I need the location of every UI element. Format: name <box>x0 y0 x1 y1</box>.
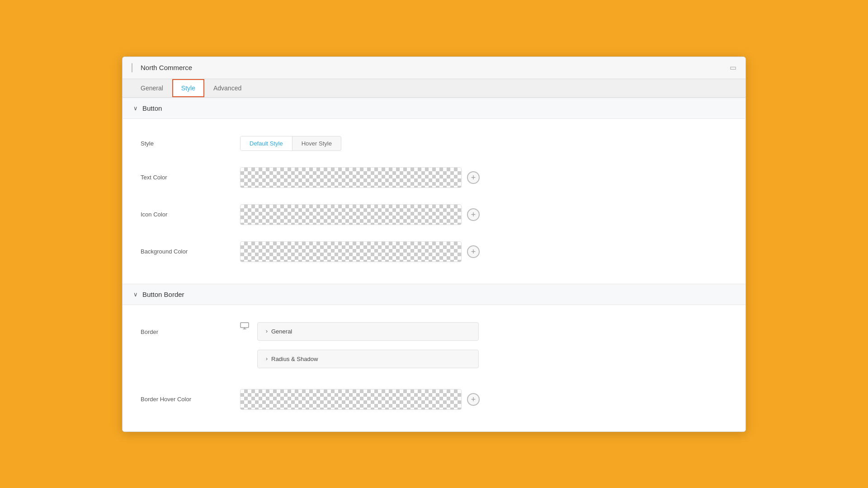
icon-color-add-button[interactable]: + <box>467 208 480 221</box>
button-section-title: Button <box>142 104 162 112</box>
button-section-header[interactable]: ∨ Button <box>123 98 745 119</box>
border-radius-chevron: › <box>266 356 268 362</box>
main-window: North Commerce ▭ General Style Advanced … <box>122 56 746 432</box>
content-area: ∨ Button Style Default Style Hover Style… <box>123 98 745 432</box>
background-color-field-row: Background Color + <box>141 233 727 270</box>
title-bar-divider <box>132 63 132 72</box>
style-tab-hover[interactable]: Hover Style <box>292 136 341 150</box>
border-accordions: › General › Radius & Shadow <box>257 322 479 373</box>
border-hover-color-control: + <box>240 389 727 410</box>
border-general-accordion: › General <box>257 322 479 341</box>
window-minimize-icon[interactable]: ▭ <box>730 63 736 72</box>
svg-rect-0 <box>241 323 249 328</box>
border-hover-color-field-row: Border Hover Color + <box>141 381 727 418</box>
background-color-add-button[interactable]: + <box>467 245 480 258</box>
button-border-section-title: Button Border <box>142 291 184 298</box>
border-hover-color-label: Border Hover Color <box>141 396 222 403</box>
icon-color-field-row: Icon Color + <box>141 196 727 233</box>
icon-color-picker[interactable] <box>240 204 462 225</box>
text-color-label: Text Color <box>141 174 222 181</box>
button-section-chevron: ∨ <box>133 105 138 112</box>
tab-style[interactable]: Style <box>172 79 204 97</box>
window-title: North Commerce <box>141 64 192 71</box>
tab-general[interactable]: General <box>132 79 172 97</box>
border-radius-label: Radius & Shadow <box>271 356 318 362</box>
border-general-chevron: › <box>266 328 268 334</box>
desktop-icon <box>240 322 249 331</box>
button-border-section-content: Border › General <box>123 305 745 432</box>
text-color-field-row: Text Color + <box>141 159 727 196</box>
tabs-bar: General Style Advanced <box>123 79 745 98</box>
background-color-label: Background Color <box>141 248 222 255</box>
button-border-section-header[interactable]: ∨ Button Border <box>123 284 745 305</box>
border-radius-accordion: › Radius & Shadow <box>257 350 479 368</box>
border-field-label: Border <box>141 322 222 335</box>
border-general-label: General <box>271 328 292 335</box>
style-field-label: Style <box>141 140 222 147</box>
border-radius-accordion-header[interactable]: › Radius & Shadow <box>258 350 478 368</box>
background-color-picker[interactable] <box>240 241 462 262</box>
title-bar-left: North Commerce <box>132 63 192 72</box>
style-tab-default[interactable]: Default Style <box>241 136 292 150</box>
icon-color-label: Icon Color <box>141 211 222 218</box>
border-general-accordion-header[interactable]: › General <box>258 323 478 340</box>
text-color-picker[interactable] <box>240 167 462 188</box>
border-hover-color-add-button[interactable]: + <box>467 393 480 406</box>
text-color-add-button[interactable]: + <box>467 171 480 184</box>
icon-color-control: + <box>240 204 727 225</box>
border-field-row: Border › General <box>141 314 727 381</box>
button-section-content: Style Default Style Hover Style Text Col… <box>123 119 745 284</box>
style-field-row: Style Default Style Hover Style <box>141 128 727 159</box>
style-tabs: Default Style Hover Style <box>240 136 341 151</box>
tab-advanced[interactable]: Advanced <box>204 79 250 97</box>
background-color-control: + <box>240 241 727 262</box>
text-color-control: + <box>240 167 727 188</box>
border-hover-color-picker[interactable] <box>240 389 462 410</box>
border-field-control: › General › Radius & Shadow <box>240 322 479 373</box>
button-border-section-chevron: ∨ <box>133 291 138 298</box>
style-field-control: Default Style Hover Style <box>240 136 727 151</box>
title-bar: North Commerce ▭ <box>123 57 745 79</box>
